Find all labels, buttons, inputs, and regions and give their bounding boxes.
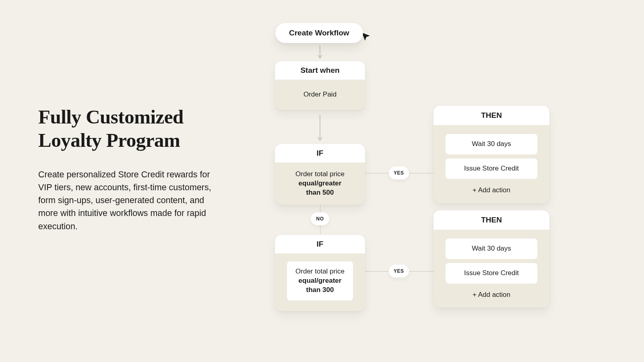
then-1-action-1[interactable]: Wait 30 days: [446, 134, 537, 154]
condition-node-2[interactable]: IF Order total price equal/greater than …: [275, 235, 365, 311]
yes-badge-1: YES: [389, 167, 409, 179]
then-1-add-action[interactable]: + Add action: [446, 186, 537, 194]
condition-node-2-body: Order total price equal/greater than 300: [275, 253, 365, 311]
then-node-2-body: Wait 30 days Issue Store Credit + Add ac…: [433, 230, 549, 308]
then-node-1-body: Wait 30 days Issue Store Credit + Add ac…: [433, 125, 549, 203]
yes-badge-1-label: YES: [394, 170, 404, 176]
create-workflow-button[interactable]: Create Workflow: [275, 23, 363, 43]
create-workflow-label: Create Workflow: [289, 29, 349, 37]
condition-node-1[interactable]: IF Order total price equal/greater than …: [275, 144, 365, 205]
yes-badge-2-label: YES: [394, 268, 404, 274]
then-2-add-action[interactable]: + Add action: [446, 291, 537, 299]
condition-node-1-header: IF: [275, 144, 365, 162]
then-1-action-2[interactable]: Issue Store Credit: [446, 158, 537, 179]
workflow-diagram: Create Workflow Start when Order Paid IF…: [0, 0, 644, 362]
condition-2-chip: Order total price equal/greater than 300: [287, 261, 353, 300]
condition-node-1-body: Order total price equal/greater than 500: [275, 162, 365, 205]
start-node[interactable]: Start when Order Paid: [275, 61, 365, 110]
condition-1-line2: equal/greater: [281, 179, 359, 188]
start-node-body: Order Paid: [275, 80, 365, 110]
then-node-2-header: THEN: [433, 210, 549, 230]
then-node-2[interactable]: THEN Wait 30 days Issue Store Credit + A…: [433, 210, 549, 308]
arrow-down-icon: [318, 115, 322, 143]
yes-badge-2: YES: [389, 265, 409, 278]
then-2-action-1[interactable]: Wait 30 days: [446, 239, 537, 259]
condition-2-line1: Order total price: [295, 267, 345, 275]
condition-node-2-header: IF: [275, 235, 365, 253]
condition-1-line1: Order total price: [295, 170, 345, 178]
arrow-down-icon: [318, 45, 322, 60]
no-badge-label: NO: [316, 216, 324, 222]
then-2-action-2[interactable]: Issue Store Credit: [446, 263, 537, 284]
condition-2-line3: than 300: [291, 286, 349, 295]
start-node-header: Start when: [275, 61, 365, 80]
then-node-1[interactable]: THEN Wait 30 days Issue Store Credit + A…: [433, 106, 549, 203]
condition-2-line2: equal/greater: [291, 276, 349, 286]
condition-1-line3: than 500: [281, 188, 359, 197]
no-badge: NO: [311, 212, 329, 225]
then-node-1-header: THEN: [433, 106, 549, 125]
